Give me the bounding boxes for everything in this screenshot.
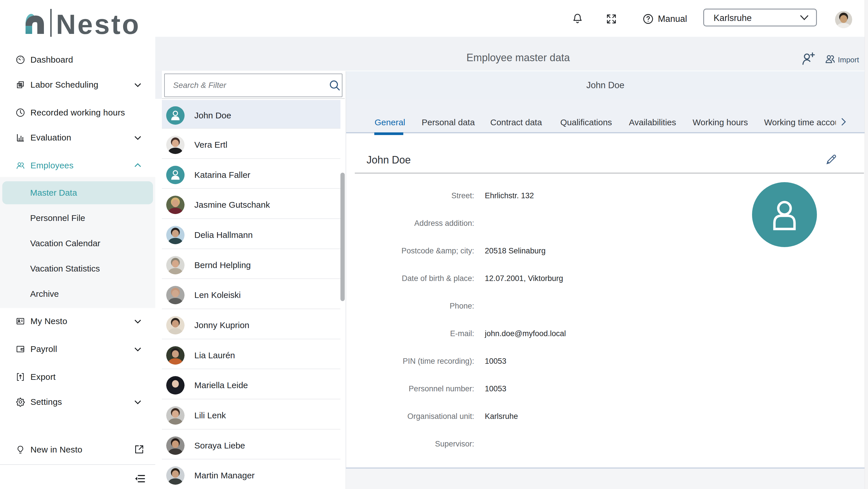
svg-text:Nesto: Nesto xyxy=(56,9,141,38)
